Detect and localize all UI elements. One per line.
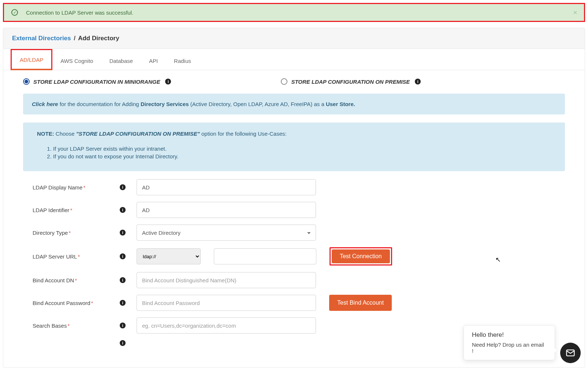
cursor-icon: ↖ [495,256,501,264]
breadcrumb-current: Add Directory [78,35,119,42]
ldap-display-name-input[interactable] [137,179,316,195]
success-alert: ✓ Connection to LDAP Server was successf… [3,3,585,22]
info-icon[interactable]: i [120,230,126,236]
tab-aws-cognito[interactable]: AWS Cognito [52,51,101,70]
doc-text: (Active Directory, Open LDAP, Azure AD, … [189,101,326,107]
chat-line1: Hello there! [472,331,547,339]
search-bases-input[interactable] [137,317,316,334]
chat-popup: Hello there! Need Help? Drop us an email… [464,325,555,360]
storage-radio-group: STORE LDAP CONFIGURATION IN MINIORANGE i… [23,78,565,85]
ldap-protocol-select[interactable]: ldap:// [137,248,201,264]
close-icon[interactable]: × [573,8,577,17]
doc-bold: User Store. [326,101,355,107]
ldap-host-input[interactable] [214,248,316,264]
breadcrumb: External Directories / Add Directory [12,35,576,42]
main-panel: External Directories / Add Directory AD/… [3,28,585,368]
doc-bold: Directory Services [141,101,189,107]
doc-link[interactable]: Click here [32,101,58,107]
info-icon[interactable]: i [415,79,421,84]
radio-label-1: STORE LDAP CONFIGURATION IN MINIORANGE [33,79,160,85]
info-icon[interactable]: i [120,184,126,190]
note-text: option for the following Use-Cases: [200,131,287,137]
info-icon[interactable]: i [120,340,126,346]
test-connection-highlight: Test Connection [330,247,392,266]
info-icon[interactable]: i [120,323,126,328]
note-box: NOTE: Choose "STORE LDAP CONFIGURATION O… [23,123,565,171]
doc-info-box: Click here for the documentation for Add… [23,94,565,114]
note-label: NOTE: [37,131,54,137]
label-bind-dn: Bind Account DN* [23,277,118,283]
alert-message: Connection to LDAP Server was successful… [26,10,133,16]
info-icon[interactable]: i [120,207,126,213]
label-bind-pw: Bind Account Password* [23,300,118,306]
label-dir-type: Directory Type* [23,230,118,236]
note-text: Choose [54,131,76,137]
doc-text: for the documentation for Adding [58,101,141,107]
ldap-host-wrap: ✔ 00.000.00 [214,248,316,264]
note-quote: "STORE LDAP CONFIGURATION ON PREMISE" [76,131,200,137]
info-icon[interactable]: i [120,277,126,283]
note-li: If your LDAP Server exists within your i… [53,146,551,152]
panel-body: STORE LDAP CONFIGURATION IN MINIORANGE i… [3,70,585,367]
info-icon[interactable]: i [120,300,126,306]
tab-ad-ldap[interactable]: AD/LDAP [11,49,52,70]
note-list: If your LDAP Server exists within your i… [53,146,551,159]
label-search-bases: Search Bases* [23,323,118,329]
chat-line2: Need Help? Drop us an email ! [472,342,547,354]
label-identifier: LDAP Identifier* [23,207,118,213]
tab-database[interactable]: Database [101,51,141,70]
note-li: If you do not want to expose your Intern… [53,153,551,159]
ldap-identifier-input[interactable] [137,202,316,218]
panel-header: External Directories / Add Directory [3,28,585,49]
label-display-name: LDAP Display Name* [23,184,118,191]
breadcrumb-sep: / [74,35,75,42]
tab-api[interactable]: API [141,51,166,70]
bind-dn-input[interactable] [137,272,316,288]
test-bind-button[interactable]: Test Bind Account [329,295,392,311]
radio-miniorange[interactable]: STORE LDAP CONFIGURATION IN MINIORANGE i [23,78,171,85]
test-connection-button[interactable]: Test Connection [332,249,390,263]
bind-password-input[interactable] [137,295,316,311]
info-icon[interactable]: i [165,79,171,84]
radio-icon-checked [23,78,30,85]
info-icon[interactable]: i [120,253,126,259]
mail-icon [565,348,576,358]
chat-fab[interactable] [560,343,581,363]
check-circle-icon: ✓ [11,9,18,16]
chat-tail [554,347,558,353]
tabs: AD/LDAP AWS Cognito Database API Radius [3,49,585,70]
radio-onpremise[interactable]: STORE LDAP CONFIGURATION ON PREMISE i [281,78,421,85]
directory-type-select[interactable]: Active Directory [137,225,316,241]
breadcrumb-link[interactable]: External Directories [12,35,71,42]
radio-icon-unchecked [281,78,287,85]
tab-radius[interactable]: Radius [166,51,199,70]
label-server-url: LDAP Server URL* [23,253,118,260]
radio-label-2: STORE LDAP CONFIGURATION ON PREMISE [291,79,410,85]
